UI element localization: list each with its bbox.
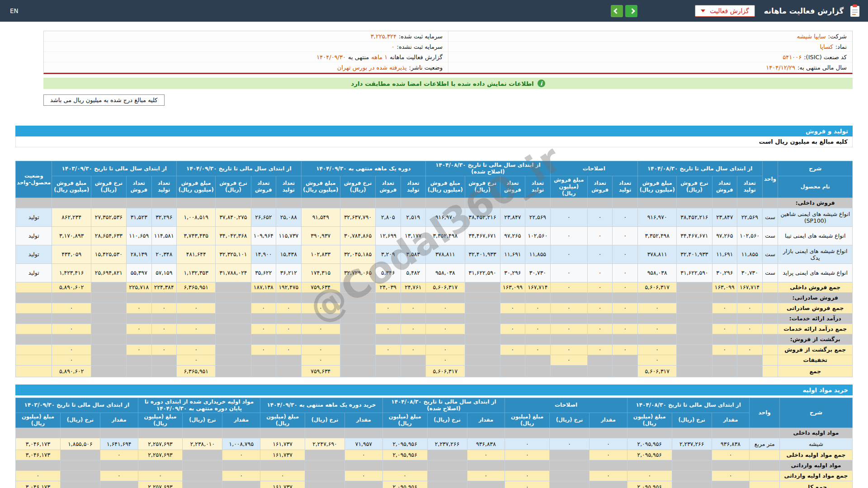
unit-cell: ست [762,226,778,245]
cell [525,292,551,303]
cell [525,334,551,344]
cell [762,355,778,365]
value-cell [427,481,467,488]
value-cell: ۷۵۹,۶۳۴ [301,282,340,292]
cell [91,334,126,344]
value-cell: ۰ [550,208,587,226]
group-header: مواد اولیه خریداری شده از ابتدای دوره تا… [138,398,260,413]
value-cell: ۰ [525,324,551,334]
value-cell: ۰ [637,324,676,334]
column-header: تعداد تولید [613,176,638,198]
cell [712,334,737,344]
cell [216,292,251,303]
value-cell: ۴۸۱,۶۴۴ [177,245,216,263]
value-cell: ۰ [276,344,302,355]
cell [52,313,91,324]
value-cell: ۱۶۳,۰۹۹ [500,282,525,292]
value-cell: ۰ [301,355,340,365]
group-header: از ابتدای سال مالی تا تاریخ ۱۴۰۴/۰۸/۳۰ [627,398,750,413]
column-header: مبلغ فروش (میلیون ریال) [177,176,216,198]
value-cell: ۲۲,۵۶۹ [525,208,551,226]
value-cell [126,355,151,365]
value-cell [677,303,712,313]
unit-cell: ست [762,245,778,263]
value-cell: ۵,۶۰۶,۳۱۷ [426,282,465,292]
cell [16,324,52,334]
value-cell: ۰ [376,344,401,355]
value-cell: ۱۷۴,۳۱۵ [301,263,340,282]
column-header: نرخ فروش (ریال) [216,176,251,198]
value-cell: ۱,۰۰۸,۵۱۹ [177,208,216,226]
cell [216,313,251,324]
column-header-status: وضعیت محصول-واحد [16,161,52,198]
value-cell [712,365,737,377]
value-cell [465,344,500,355]
value-cell [500,355,525,365]
cell [382,460,427,470]
value-cell: ۲,۲۴۷,۶۹۰ [305,438,344,450]
cell [16,313,52,324]
value-cell: ۰ [401,344,426,355]
column-header: مقدار [100,413,138,427]
value-cell [712,481,750,488]
value-cell: ۰ [151,344,177,355]
value-cell [100,481,138,488]
cell [712,460,750,470]
cell [260,427,305,438]
production-table: شرحواحداز ابتدای سال مالی تا تاریخ ۱۴۰۴/… [15,161,853,377]
cell [465,292,500,303]
value-cell: ۰ [550,282,587,292]
column-header: مبلغ (میلیون ریال) [505,413,550,427]
cell [637,197,676,208]
language-toggle[interactable]: EN [7,5,21,16]
value-cell: ۰ [500,324,525,334]
value-cell: ۹۷,۲۶۵ [712,226,737,245]
value-cell: ۰ [587,208,613,226]
group-header: دوره یک ماهه منتهی به ۱۴۰۴/۰۹/۳۰ [301,161,426,176]
value-cell: ۲,۸۰۵ [376,208,401,226]
cell [677,334,712,344]
value-cell: ۲۴,۷۶۱ [401,282,426,292]
value-cell [340,282,375,292]
cell [16,460,61,470]
company-row: شرکت: سایپا شیشه [448,31,852,42]
value-cell: ۰ [222,450,260,460]
value-cell: ۰ [345,450,383,460]
unit-cell: ست [762,208,778,226]
total-label: جمع فروش داخلی [778,282,853,292]
cell [401,313,426,324]
group-header: از ابتدای سال مالی تا تاریخ ۱۴۰۴/۰۸/۳۰ [637,161,762,176]
value-cell: ۰ [613,226,638,245]
value-cell: ۱۱,۶۹۱ [712,245,737,263]
value-cell: ۰ [151,324,177,334]
company-label: شرکت: [828,33,847,40]
cell [550,197,587,208]
value-cell: ۲,۲۳۸,۰۱۰ [183,438,222,450]
cell [712,197,737,208]
cell [587,292,613,303]
table-row: انواع شیشه های ایمنی شاهین (SP100)ست۲۲,۵… [16,208,853,226]
next-report-button[interactable] [625,5,637,17]
value-cell [305,450,344,460]
isic-value: ۵۴۱۰۰۶ [783,54,802,61]
report-type-dropdown[interactable]: گزارش فعالیت [695,5,755,17]
column-header: مقدار [222,413,260,427]
cell [762,365,778,377]
value-cell: ۲,۰۹۵,۹۵۶ [627,481,672,488]
column-header: مبلغ فروش (میلیون ریال) [550,176,587,198]
prev-report-button[interactable] [611,5,623,17]
cell [301,292,340,303]
value-cell: ۲۷,۳۵۲,۵۳۶ [91,208,126,226]
cell [750,427,780,438]
table-row: جمع کل۲,۰۹۵,۹۵۶۰۲,۰۹۵,۹۵۶۱۶۱,۷۳۷۲,۲۵۷,۶۹… [16,481,853,488]
value-cell [587,365,613,377]
value-cell: ۱۱۴,۵۸۱ [151,226,177,245]
value-cell: ۰ [401,303,426,313]
value-cell: ۲۲,۵۶۹ [737,208,763,226]
cell [151,197,177,208]
cell [500,313,525,324]
value-cell: ۰ [401,324,426,334]
value-cell: ۹۵۸,۰۳۸ [426,263,465,282]
product-name: انواع شیشه های ایمنی بازار یدک [778,245,853,263]
value-cell: ۱۱۵,۷۳۷ [276,226,302,245]
